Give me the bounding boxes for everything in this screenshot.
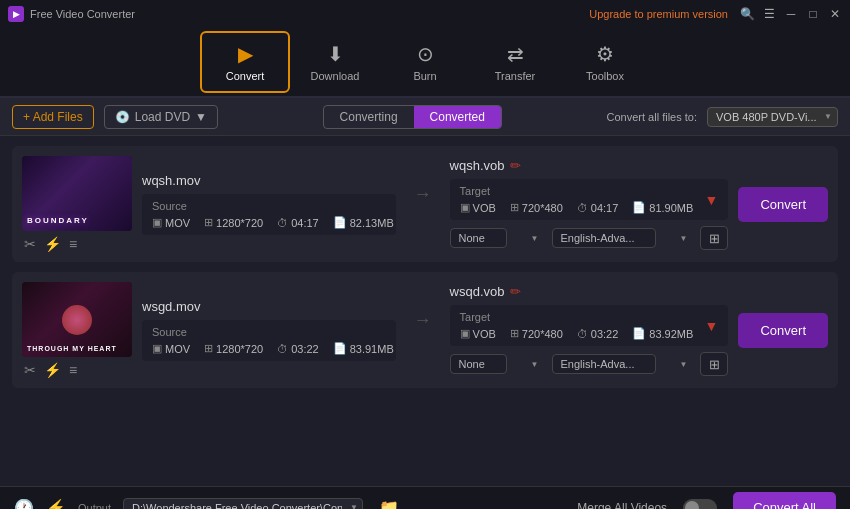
upgrade-link[interactable]: Upgrade to premium version	[589, 8, 728, 20]
tab-converted[interactable]: Converted	[414, 106, 501, 128]
list-icon-1[interactable]: ≡	[69, 236, 77, 252]
subtitle-lang-select-1[interactable]: English-Adva...	[552, 228, 656, 248]
load-dvd-label: Load DVD	[135, 110, 190, 124]
arrow-col-2: →	[406, 310, 440, 331]
source-duration-2: ⏱ 03:22	[277, 343, 319, 355]
convert-button-1[interactable]: Convert	[738, 187, 828, 222]
target-label-1: Target	[460, 185, 701, 197]
source-format-1: ▣ MOV	[152, 216, 190, 229]
video-item-1: BOUNDARY ✂ ⚡ ≡ wqsh.mov Source ▣ MOV	[12, 146, 838, 262]
arrow-icon-2: →	[414, 310, 432, 331]
burn-label: Burn	[413, 70, 436, 82]
format-select[interactable]: VOB 480P DVD-Vi...	[707, 107, 838, 127]
output-path-wrap: D:\Wondershare Free Video Converter\Conv…	[123, 498, 363, 510]
clock-icon-1: ⏱	[277, 217, 288, 229]
convert-label: Convert	[226, 70, 265, 82]
titlebar-right: Upgrade to premium version 🔍 ☰ ─ □ ✕	[589, 7, 842, 21]
convert-all-files-label: Convert all files to:	[607, 111, 697, 123]
target-name-row-1: wqsh.vob ✏	[450, 158, 729, 173]
target-resolution-1: ⊞ 720*480	[510, 201, 563, 214]
maximize-icon[interactable]: □	[806, 7, 820, 21]
minimize-icon[interactable]: ─	[784, 7, 798, 21]
target-meta-1: Target ▣ VOB ⊞ 720*480 ⏱ 04:17	[450, 179, 729, 220]
convert-all-button[interactable]: Convert All	[733, 492, 836, 509]
toolbox-label: Toolbox	[586, 70, 624, 82]
thumbnail-1: BOUNDARY	[22, 156, 132, 231]
target-dropdown-2[interactable]: ▼	[705, 318, 719, 334]
toggle-wrap	[679, 499, 721, 510]
tab-converting[interactable]: Converting	[324, 106, 414, 128]
clock-icon-2: ⏱	[277, 343, 288, 355]
target-dropdown-1[interactable]: ▼	[705, 192, 719, 208]
target-filename-2: wsqd.vob	[450, 284, 505, 299]
format-icon-2: ▣	[152, 342, 162, 355]
merge-toggle[interactable]	[683, 499, 717, 510]
settings-icon-2[interactable]: ⚡	[44, 362, 61, 378]
menu-icon[interactable]: ☰	[762, 7, 776, 21]
target-meta-inner-1: Target ▣ VOB ⊞ 720*480 ⏱ 04:17	[460, 185, 701, 214]
convert-icon: ▶	[238, 42, 253, 66]
search-icon[interactable]: 🔍	[740, 7, 754, 21]
merge-label: Merge All Videos	[577, 501, 667, 510]
thumbnail-2: THROUGH MY HEART	[22, 282, 132, 357]
arrow-col-1: →	[406, 184, 440, 205]
target-format-1: ▣ VOB	[460, 201, 496, 214]
target-format-icon-1: ▣	[460, 201, 470, 214]
target-meta-row-1: ▣ VOB ⊞ 720*480 ⏱ 04:17 📄	[460, 201, 701, 214]
burn-icon: ⊙	[417, 42, 434, 66]
source-filename-1: wqsh.mov	[142, 173, 396, 188]
tab-toolbox[interactable]: ⚙ Toolbox	[560, 31, 650, 93]
output-path-select[interactable]: D:\Wondershare Free Video Converter\Conv…	[123, 498, 363, 510]
transfer-icon: ⇄	[507, 42, 524, 66]
resolution-icon-1: ⊞	[204, 216, 213, 229]
edit-icon-2[interactable]: ✏	[510, 284, 521, 299]
target-file-icon-1: 📄	[632, 201, 646, 214]
download-icon: ⬇	[327, 42, 344, 66]
video-rows-area: BOUNDARY ✂ ⚡ ≡ wqsh.mov Source ▣ MOV	[0, 136, 850, 486]
load-dvd-button[interactable]: 💿 Load DVD ▼	[104, 105, 218, 129]
subtitle-lang-select-2[interactable]: English-Adva...	[552, 354, 656, 374]
edit-icon-1[interactable]: ✏	[510, 158, 521, 173]
actionbar: + Add Files 💿 Load DVD ▼ Converting Conv…	[0, 98, 850, 136]
file-icon-1: 📄	[333, 216, 347, 229]
target-size-2: 📄 83.92MB	[632, 327, 693, 340]
file-info-1: wqsh.mov Source ▣ MOV ⊞ 1280*720 ⏱ 04:17	[142, 173, 396, 235]
arrow-icon-1: →	[414, 184, 432, 205]
add-files-label: + Add Files	[23, 110, 83, 124]
subtitle-row-1: None English-Adva... ⊞	[450, 226, 729, 250]
trim-icon-2[interactable]: ✂	[24, 362, 36, 378]
add-files-button[interactable]: + Add Files	[12, 105, 94, 129]
thumbnail-wrap-1: BOUNDARY ✂ ⚡ ≡	[22, 156, 132, 252]
thumb-text-1: BOUNDARY	[27, 217, 89, 226]
target-res-icon-1: ⊞	[510, 201, 519, 214]
thumbnail-wrap-2: THROUGH MY HEART ✂ ⚡ ≡	[22, 282, 132, 378]
subtitle-none-select-2[interactable]: None	[450, 354, 507, 374]
subtitle-settings-btn-1[interactable]: ⊞	[700, 226, 728, 250]
output-label: Output	[78, 502, 111, 510]
close-icon[interactable]: ✕	[828, 7, 842, 21]
target-clock-icon-2: ⏱	[577, 328, 588, 340]
tab-transfer[interactable]: ⇄ Transfer	[470, 31, 560, 93]
source-meta-2: Source ▣ MOV ⊞ 1280*720 ⏱ 03:22	[142, 320, 396, 361]
tab-group: Converting Converted	[323, 105, 502, 129]
clock-bottom-icon[interactable]: 🕐	[14, 498, 34, 509]
folder-icon[interactable]: 📁	[379, 498, 399, 509]
trim-icon-1[interactable]: ✂	[24, 236, 36, 252]
source-label-1: Source	[152, 200, 386, 212]
subtitle-none-select-1[interactable]: None	[450, 228, 507, 248]
tab-burn[interactable]: ⊙ Burn	[380, 31, 470, 93]
subtitle-settings-btn-2[interactable]: ⊞	[700, 352, 728, 376]
tab-convert[interactable]: ▶ Convert	[200, 31, 290, 93]
subtitle-select-wrap-1: None	[450, 228, 544, 248]
target-size-1: 📄 81.90MB	[632, 201, 693, 214]
app-icon: ▶	[8, 6, 24, 22]
target-format-icon-2: ▣	[460, 327, 470, 340]
bolt-icon[interactable]: ⚡	[46, 498, 66, 509]
bottombar: 🕐 ⚡ Output D:\Wondershare Free Video Con…	[0, 486, 850, 509]
target-res-icon-2: ⊞	[510, 327, 519, 340]
tab-download[interactable]: ⬇ Download	[290, 31, 380, 93]
target-duration-2: ⏱ 03:22	[577, 328, 619, 340]
settings-icon-1[interactable]: ⚡	[44, 236, 61, 252]
list-icon-2[interactable]: ≡	[69, 362, 77, 378]
convert-button-2[interactable]: Convert	[738, 313, 828, 348]
